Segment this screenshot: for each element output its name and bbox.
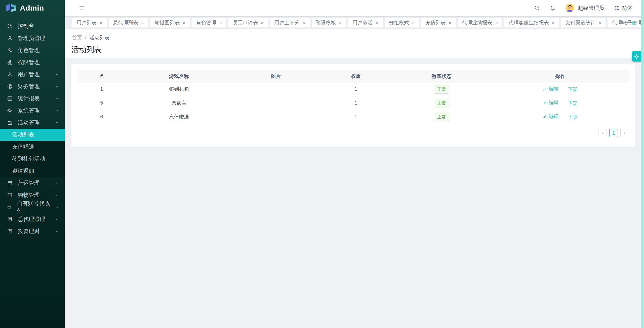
chevron-down-icon [55, 84, 59, 89]
tab-agent-account-management[interactable]: 代理账号管理× [607, 18, 644, 27]
close-icon[interactable]: × [302, 20, 305, 25]
tab-employee-application[interactable]: 员工申请表× [228, 18, 268, 27]
close-icon[interactable]: × [99, 20, 102, 25]
sidebar-item-shopping-management[interactable]: 购物管理 [0, 189, 65, 201]
close-icon[interactable]: × [141, 20, 144, 25]
edit-button[interactable]: 编辑 [543, 99, 559, 106]
close-icon[interactable]: × [598, 20, 601, 25]
tab-general-agent-list[interactable]: 总代理列表× [108, 18, 148, 27]
tab-agent-performance-report[interactable]: 代理业绩报表× [458, 18, 503, 27]
calendar-icon [7, 180, 13, 186]
cell-id: 5 [77, 96, 127, 110]
sidebar-item-operation-management[interactable]: 营运管理 [0, 177, 65, 189]
tab-agent-cs-performance-report[interactable]: 代理客服业绩报表× [504, 18, 559, 27]
collapse-menu-icon[interactable] [79, 5, 85, 11]
pagination: 1 [598, 129, 629, 137]
col-index: # [77, 70, 127, 82]
user-icon [7, 35, 13, 41]
col-game-status: 游戏状态 [392, 70, 491, 82]
settings-drawer-button[interactable] [632, 51, 641, 62]
close-icon[interactable]: × [412, 20, 415, 25]
close-icon[interactable]: × [339, 20, 342, 25]
status-badge: 正常 [434, 85, 449, 93]
sidebar-item-investment[interactable]: 投资理财 [0, 225, 65, 237]
sidebar-item-label: 活动列表 [12, 131, 34, 138]
edit-button[interactable]: 编辑 [543, 85, 559, 92]
chevron-down-icon [55, 229, 59, 233]
close-icon[interactable]: × [261, 20, 264, 25]
sidebar-item-label: 管理员管理 [18, 34, 45, 42]
sidebar-item-role-management[interactable]: 角色管理 [0, 44, 65, 56]
tab-payment-channel-stats[interactable]: 支付渠道统计× [561, 18, 606, 27]
sidebar-submenu-activity: 活动列表 充值赠送 签到礼包活动 邀请返佣 [0, 129, 65, 177]
sidebar-item-general-agent-management[interactable]: 总代理管理 [0, 213, 65, 225]
sidebar-item-finance-management[interactable]: 财务管理 [0, 80, 65, 92]
sidebar-item-permission-management[interactable]: 权限管理 [0, 56, 65, 68]
sidebar-menu: 控制台 管理员管理 角色管理 权限管理 用户管理 财务管理 统计报表 [0, 16, 65, 237]
tab-recharge-list[interactable]: 充值列表× [421, 18, 456, 27]
sidebar-item-user-management[interactable]: 用户管理 [0, 68, 65, 80]
user-menu[interactable]: 超级管理员 [565, 4, 604, 13]
close-icon[interactable]: × [495, 20, 498, 25]
sidebar: Admin 控制台 管理员管理 角色管理 权限管理 用户管理 财务管理 [0, 0, 65, 328]
sidebar-item-console[interactable]: 控制台 [0, 20, 65, 32]
tab-carousel-list[interactable]: 轮播图列表× [150, 18, 190, 27]
sidebar-item-activity-list[interactable]: 活动列表 [0, 129, 65, 141]
cell-name: 余额宝 [127, 96, 231, 110]
sidebar-item-signin-gift-activity[interactable]: 签到礼包活动 [0, 153, 65, 165]
tab-user-updown[interactable]: 用户上下分× [270, 18, 310, 27]
close-icon[interactable]: × [448, 20, 451, 25]
lock-tabs-icon[interactable] [630, 20, 636, 26]
tab-group-mode[interactable]: 分组模式× [384, 18, 419, 27]
tab-user-list[interactable]: 用户列表× [72, 18, 107, 27]
chevron-down-icon [55, 217, 59, 221]
next-page-button[interactable] [620, 129, 629, 137]
sidebar-item-stats-report[interactable]: 统计报表 [0, 92, 65, 105]
sidebar-item-invite-rebate[interactable]: 邀请返佣 [0, 165, 65, 177]
edit-button[interactable]: 编辑 [543, 113, 559, 120]
offline-button[interactable]: 下架 [568, 86, 578, 93]
close-icon[interactable]: × [552, 20, 555, 25]
app-title: Admin [20, 4, 44, 12]
sidebar-item-recharge-gift[interactable]: 充值赠送 [0, 141, 65, 153]
language-switcher[interactable]: 简体 [614, 5, 632, 12]
breadcrumb: 首页 / 活动列表 [72, 34, 110, 41]
pencil-icon [543, 100, 547, 105]
col-weight: 权重 [320, 70, 392, 82]
tab-user-activation[interactable]: 用户激活× [348, 18, 383, 27]
sidebar-item-activity-management[interactable]: 活动管理 [0, 117, 65, 129]
close-icon[interactable]: × [375, 20, 378, 25]
page-title: 活动列表 [71, 44, 102, 55]
tab-role-management[interactable]: 角色管理× [192, 18, 227, 27]
status-badge: 正常 [434, 113, 449, 121]
offline-button[interactable]: 下架 [568, 100, 578, 107]
tab-preset-template[interactable]: 预设模板× [311, 18, 346, 27]
breadcrumb-home[interactable]: 首页 [72, 34, 82, 41]
search-icon[interactable] [534, 5, 540, 11]
sidebar-item-label: 财务管理 [18, 83, 40, 90]
sidebar-item-system-management[interactable]: 系统管理 [0, 105, 65, 117]
cell-image [231, 96, 320, 110]
notification-bell-icon[interactable] [550, 5, 556, 11]
app-logo[interactable]: Admin [0, 0, 65, 16]
close-icon[interactable]: × [183, 20, 186, 25]
sidebar-item-own-account-payment[interactable]: 自有账号代收付 [0, 201, 65, 213]
dashboard-icon [7, 23, 13, 29]
sidebar-item-admin-management[interactable]: 管理员管理 [0, 32, 65, 44]
tab-label: 支付渠道统计 [565, 19, 595, 26]
shop-icon [7, 192, 13, 198]
sidebar-item-label: 系统管理 [18, 107, 40, 114]
page-number-button[interactable]: 1 [609, 129, 618, 137]
invest-icon [7, 228, 13, 234]
sidebar-item-label: 签到礼包活动 [12, 155, 45, 163]
right-edge-strip [641, 0, 644, 328]
offline-button[interactable]: 下架 [568, 114, 578, 120]
chevron-up-icon [55, 120, 59, 125]
document-icon [7, 216, 13, 222]
prev-page-button[interactable] [598, 129, 607, 137]
status-badge: 正常 [434, 99, 449, 107]
cell-weight: 1 [320, 96, 392, 110]
app-logo-icon [6, 4, 17, 13]
close-icon[interactable]: × [219, 20, 222, 25]
sidebar-item-label: 营运管理 [18, 179, 40, 187]
